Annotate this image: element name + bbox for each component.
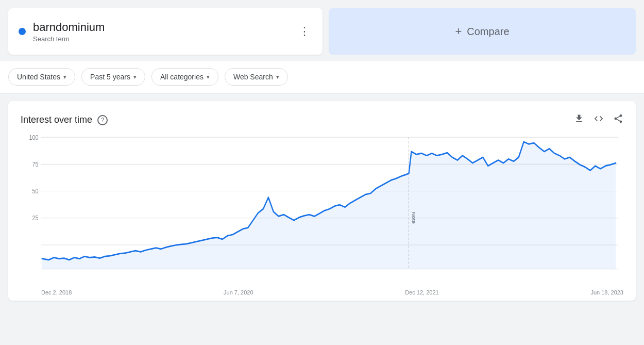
- compare-plus-icon: +: [455, 25, 462, 38]
- period-filter-button[interactable]: Past 5 years ▾: [81, 68, 145, 86]
- help-icon[interactable]: ?: [97, 115, 108, 125]
- x-axis-labels: Dec 2, 2018 Jun 7, 2020 Dec 12, 2021 Jun…: [21, 287, 623, 295]
- x-label-1: Jun 7, 2020: [224, 289, 253, 295]
- svg-text:75: 75: [32, 161, 39, 168]
- category-chevron-icon: ▾: [207, 74, 210, 80]
- interest-chart: 100 75 50 25 Note: [21, 132, 623, 286]
- svg-text:25: 25: [32, 215, 39, 222]
- chart-container: 100 75 50 25 Note: [21, 132, 623, 286]
- term-label: Search term: [33, 35, 105, 43]
- search-term-text: barndominium Search term: [33, 21, 105, 43]
- region-chevron-icon: ▾: [63, 74, 66, 80]
- type-filter-label: Web Search: [233, 73, 273, 81]
- region-filter-label: United States: [17, 73, 60, 81]
- category-filter-button[interactable]: All categories ▾: [151, 68, 218, 86]
- filters-section: United States ▾ Past 5 years ▾ All categ…: [0, 61, 644, 93]
- chart-title: Interest over time: [21, 114, 92, 125]
- x-label-3: Jun 18, 2023: [590, 289, 623, 295]
- share-icon[interactable]: [613, 113, 623, 126]
- svg-marker-12: [42, 142, 616, 269]
- chart-header: Interest over time ?: [21, 113, 623, 126]
- embed-icon[interactable]: [594, 113, 604, 126]
- type-chevron-icon: ▾: [276, 74, 279, 80]
- more-options-button[interactable]: ⋮: [297, 23, 312, 40]
- blue-dot-indicator: [19, 28, 26, 35]
- region-filter-button[interactable]: United States ▾: [8, 68, 75, 86]
- period-filter-label: Past 5 years: [90, 73, 130, 81]
- compare-card[interactable]: + Compare: [329, 8, 636, 55]
- chart-title-row: Interest over time ?: [21, 114, 108, 125]
- interest-over-time-section: Interest over time ?: [8, 101, 636, 301]
- top-section: barndominium Search term ⋮ + Compare: [0, 0, 644, 55]
- compare-label: Compare: [467, 26, 509, 38]
- svg-text:50: 50: [32, 188, 39, 194]
- x-label-0: Dec 2, 2018: [41, 289, 72, 295]
- svg-text:100: 100: [29, 134, 39, 141]
- type-filter-button[interactable]: Web Search ▾: [225, 68, 288, 86]
- x-label-2: Dec 12, 2021: [405, 289, 438, 295]
- period-chevron-icon: ▾: [133, 74, 137, 80]
- term-name: barndominium: [33, 21, 105, 34]
- search-term-left: barndominium Search term: [19, 21, 105, 43]
- search-term-card: barndominium Search term ⋮: [8, 8, 323, 55]
- download-icon[interactable]: [574, 113, 584, 126]
- chart-actions: [574, 113, 623, 126]
- category-filter-label: All categories: [160, 73, 204, 81]
